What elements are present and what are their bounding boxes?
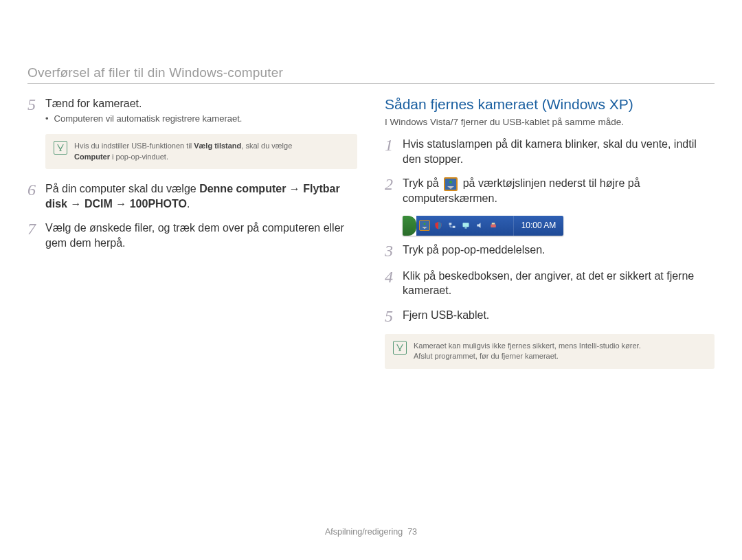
taskbar-screenshot: 10:00 AM: [403, 216, 563, 236]
note-icon: [54, 141, 67, 155]
step-1: 1 Hvis statuslampen på dit kamera blinke…: [385, 137, 715, 166]
step-number: 2: [385, 176, 403, 206]
step-4: 4 Klik på beskedboksen, der angiver, at …: [385, 269, 715, 298]
note-icon: [393, 341, 407, 355]
step-text: Vælg de ønskede filer, og træk dem over …: [45, 221, 357, 250]
step-number: 7: [27, 221, 45, 250]
tray-monitor-icon: [460, 220, 471, 231]
section-heading: Sådan fjernes kameraet (Windows XP): [385, 96, 715, 113]
step-3: 3 Tryk på pop-op-meddelelsen.: [385, 243, 715, 259]
step-number: 4: [385, 269, 403, 298]
step-5: 5 Tænd for kameraet. Computeren vil auto…: [27, 96, 357, 124]
step-number: 5: [385, 308, 403, 324]
svg-rect-7: [492, 223, 495, 225]
step-text: Klik på beskedboksen, der angiver, at de…: [403, 269, 715, 298]
safely-remove-hardware-icon: [444, 177, 458, 191]
header-rule: [27, 83, 715, 84]
svg-rect-3: [453, 226, 456, 228]
svg-rect-2: [449, 223, 452, 225]
left-column: 5 Tænd for kameraet. Computeren vil auto…: [27, 96, 357, 374]
start-button-edge: [403, 216, 416, 236]
step-text: Hvis statuslampen på dit kamera blinker,…: [403, 137, 715, 166]
svg-rect-4: [463, 223, 469, 227]
right-column: Sådan fjernes kameraet (Windows XP) I Wi…: [385, 96, 715, 374]
page-footer: Afspilning/redigering 73: [0, 527, 742, 537]
step-bullet: Computeren vil automatisk registrere kam…: [45, 113, 357, 125]
step-text: Tænd for kameraet.: [45, 96, 357, 111]
page-header: Overførsel af filer til din Windows-comp…: [27, 65, 715, 80]
step-6: 6 På din computer skal du vælge Denne co…: [27, 181, 357, 211]
step-number: 6: [27, 181, 45, 211]
step-number: 5: [27, 96, 45, 124]
safely-remove-hardware-icon: [419, 220, 430, 231]
svg-rect-5: [465, 227, 467, 229]
system-tray: [416, 216, 513, 236]
step-text: På din computer skal du vælge Denne comp…: [45, 181, 357, 211]
tray-network-icon: [447, 220, 458, 231]
note-box: Hvis du indstiller USB-funktionen til Væ…: [45, 134, 357, 169]
tray-shield-icon: [433, 220, 444, 231]
tray-volume-icon: [474, 220, 485, 231]
step-number: 1: [385, 137, 403, 166]
step-2: 2 Tryk på på værktøjslinjen nederst til …: [385, 176, 715, 206]
step-7: 7 Vælg de ønskede filer, og træk dem ove…: [27, 221, 357, 250]
taskbar-clock: 10:00 AM: [513, 216, 563, 236]
step-text: Tryk på på værktøjslinjen nederst til hø…: [403, 176, 715, 206]
tray-printer-icon: [488, 220, 499, 231]
note-text: Hvis du indstiller USB-funktionen til Væ…: [74, 141, 292, 162]
step-number: 3: [385, 243, 403, 259]
step-text: Fjern USB-kablet.: [403, 308, 715, 324]
step-5r: 5 Fjern USB-kablet.: [385, 308, 715, 324]
section-intro: I Windows Vista/7 fjerner du USB-kablet …: [385, 117, 715, 127]
svg-point-0: [449, 181, 452, 183]
note-text: Kameraet kan muligvis ikke fjernes sikke…: [414, 341, 641, 362]
note-box: Kameraet kan muligvis ikke fjernes sikke…: [385, 334, 715, 369]
step-text: Tryk på pop-op-meddelelsen.: [403, 243, 715, 259]
svg-rect-6: [491, 225, 496, 228]
svg-point-1: [424, 223, 426, 225]
